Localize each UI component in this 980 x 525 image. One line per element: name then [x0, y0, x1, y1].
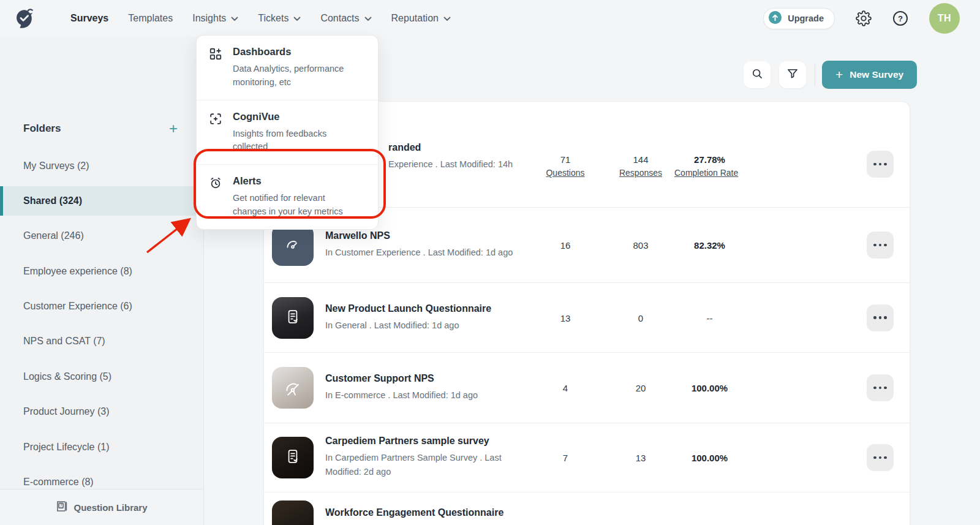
nav-contacts[interactable]: Contacts	[320, 13, 371, 24]
completion-stat: 27.78% Completion Rate	[674, 154, 745, 179]
plus-icon: +	[835, 68, 843, 81]
filter-button[interactable]	[779, 61, 806, 88]
menu-item-alerts[interactable]: Alerts Get notified for relevant changes…	[197, 164, 378, 229]
main-nav: Surveys Templates Insights Tickets Conta…	[70, 13, 451, 24]
survey-title: Workforce Engagement Questionnaire	[325, 507, 582, 518]
question-library-label: Question Library	[74, 502, 147, 513]
search-icon	[751, 67, 763, 82]
questions-count: 7	[529, 453, 602, 463]
menu-item-description: Get notified for relevant changes in you…	[233, 192, 355, 219]
survey-row[interactable]: Carpediem Partners sample survey In Carp…	[264, 423, 910, 492]
svg-text:?: ?	[60, 503, 62, 507]
survey-thumbnail	[272, 224, 314, 266]
survey-title: Customer Support NPS	[325, 373, 516, 384]
sidebar-item-label: Logics & Scoring (5)	[23, 371, 111, 382]
responses-stat: 144 Responses	[604, 154, 677, 179]
document-check-icon	[284, 308, 301, 328]
row-more-menu-button[interactable]	[867, 444, 894, 471]
upgrade-button[interactable]: Upgrade	[763, 8, 835, 29]
sidebar-item-employee-experience[interactable]: Employee experience (8)	[0, 257, 204, 286]
menu-item-text: Dashboards Data Analytics, performance m…	[233, 46, 355, 89]
nav-templates-label: Templates	[128, 13, 173, 24]
new-survey-button[interactable]: + New Survey	[822, 61, 917, 89]
sidebar-item-logics-scoring[interactable]: Logics & Scoring (5)	[0, 362, 204, 391]
surveysparrow-logo-icon[interactable]	[12, 6, 37, 31]
sidebar-item-nps-and-csat[interactable]: NPS and CSAT (7)	[0, 327, 204, 356]
completion-rate-value: 27.78%	[674, 154, 745, 165]
sidebar-item-label: Shared (324)	[23, 195, 82, 206]
survey-row-text: Marwello NPS In Customer Experience . La…	[325, 230, 516, 260]
questions-link[interactable]: Questions	[529, 167, 602, 179]
menu-item-description: Data Analytics, performance monitoring, …	[233, 62, 355, 89]
completion-rate-value: 100.00%	[674, 383, 745, 393]
svg-text:?: ?	[898, 14, 903, 23]
menu-item-cognivue[interactable]: CogniVue Insights from feedbacks collect…	[197, 100, 378, 165]
survey-row-text: Customer Support NPS In E-commerce . Las…	[325, 373, 516, 402]
responses-count: 13	[604, 453, 677, 463]
nav-tickets[interactable]: Tickets	[258, 13, 301, 24]
sidebar-item-my-surveys[interactable]: My Surveys (2)	[0, 151, 204, 181]
search-button[interactable]	[744, 61, 771, 88]
help-icon[interactable]: ?	[892, 10, 908, 26]
nav-contacts-label: Contacts	[320, 13, 359, 24]
insights-dropdown-menu: Dashboards Data Analytics, performance m…	[196, 35, 379, 230]
question-library-button[interactable]: ? Question Library	[0, 489, 203, 525]
completion-rate-value: 82.32%	[674, 240, 745, 251]
menu-item-title: CogniVue	[233, 111, 355, 123]
chevron-down-icon	[231, 13, 238, 24]
survey-thumbnail	[272, 367, 314, 409]
sidebar-item-label: General (246)	[23, 230, 84, 241]
focus-scan-icon	[209, 111, 224, 154]
row-more-menu-button[interactable]	[867, 304, 894, 331]
sidebar-item-product-journey[interactable]: Product Journey (3)	[0, 397, 204, 426]
survey-row[interactable]: New Product Launch Questionnaire In Gene…	[264, 282, 910, 352]
sidebar-item-customer-experience[interactable]: Customer Experience (6)	[0, 292, 204, 321]
question-library-book-icon: ?	[55, 500, 68, 515]
nav-insights-label: Insights	[192, 13, 226, 24]
user-avatar[interactable]: TH	[929, 3, 960, 34]
new-survey-label: New Survey	[850, 69, 903, 80]
menu-item-dashboards[interactable]: Dashboards Data Analytics, performance m…	[197, 36, 378, 100]
responses-count: 0	[604, 312, 677, 323]
responses-link[interactable]: Responses	[604, 167, 677, 179]
survey-title: Carpediem Partners sample survey	[325, 436, 516, 447]
folders-header: Folders	[23, 123, 61, 135]
document-check-icon	[284, 448, 301, 467]
survey-title: randed	[388, 142, 646, 153]
questions-count: 4	[529, 383, 602, 393]
row-more-menu-button[interactable]	[867, 151, 894, 178]
add-folder-button[interactable]: +	[165, 121, 181, 137]
gauge-icon	[284, 235, 302, 255]
sidebar-item-label: E-commerce (8)	[23, 477, 94, 488]
sidebar-item-project-lifecycle[interactable]: Project Lifecycle (1)	[0, 432, 204, 462]
nav-reputation-label: Reputation	[391, 13, 439, 24]
nav-insights[interactable]: Insights	[192, 13, 238, 24]
survey-row-text: Workforce Engagement Questionnaire	[325, 507, 582, 523]
sidebar-item-general[interactable]: General (246)	[0, 221, 204, 251]
upgrade-label: Upgrade	[788, 13, 824, 23]
row-more-menu-button[interactable]	[867, 232, 894, 259]
survey-subtitle: In E-commerce . Last Modified: 1d ago	[325, 388, 516, 402]
top-navigation-bar: Surveys Templates Insights Tickets Conta…	[0, 0, 980, 37]
nav-templates[interactable]: Templates	[128, 13, 173, 24]
questions-count: 71	[529, 154, 602, 165]
nav-reputation[interactable]: Reputation	[391, 13, 451, 24]
settings-gear-icon[interactable]	[856, 10, 872, 26]
survey-thumbnail	[272, 437, 314, 478]
completion-rate-link[interactable]: Completion Rate	[674, 167, 745, 179]
responses-count: 20	[604, 383, 677, 393]
menu-item-text: CogniVue Insights from feedbacks collect…	[233, 111, 355, 154]
nav-surveys[interactable]: Surveys	[70, 13, 108, 24]
questions-count: 16	[529, 240, 602, 251]
questions-stat: 71 Questions	[529, 154, 602, 179]
sidebar-item-shared[interactable]: Shared (324)	[0, 186, 204, 216]
menu-item-text: Alerts Get notified for relevant changes…	[233, 175, 355, 219]
completion-rate-value: 100.00%	[674, 453, 745, 463]
survey-row[interactable]: Customer Support NPS In E-commerce . Las…	[264, 352, 910, 423]
sidebar-item-label: NPS and CSAT (7)	[23, 336, 105, 347]
survey-row-text: New Product Launch Questionnaire In Gene…	[325, 303, 516, 332]
avatar-initials: TH	[938, 13, 951, 24]
survey-row[interactable]: Workforce Engagement Questionnaire	[264, 492, 910, 525]
upgrade-arrow-icon	[768, 10, 782, 26]
row-more-menu-button[interactable]	[867, 374, 894, 401]
